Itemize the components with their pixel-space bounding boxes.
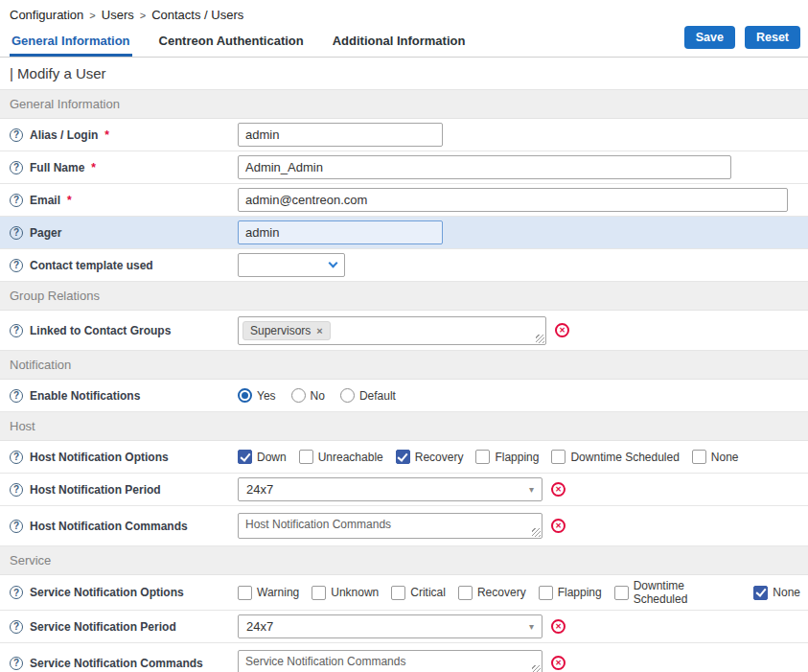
- service-period-value: 24x7: [246, 619, 273, 634]
- checkbox-box[interactable]: [391, 586, 405, 600]
- help-icon[interactable]: ?: [10, 128, 23, 142]
- checkbox-recovery[interactable]: Recovery: [396, 450, 464, 464]
- radio-yes[interactable]: Yes: [238, 388, 276, 403]
- help-icon[interactable]: ?: [10, 451, 23, 464]
- checkbox-unknown[interactable]: Unknown: [312, 579, 379, 606]
- alias-label: Alias / Login: [30, 128, 98, 142]
- alias-input[interactable]: [238, 123, 443, 147]
- service-commands-input[interactable]: [238, 650, 543, 672]
- breadcrumb-item-contacts-users[interactable]: Contacts / Users: [151, 8, 243, 22]
- tab-centreon-authentication[interactable]: Centreon Authentication: [157, 28, 306, 57]
- clear-field-icon[interactable]: ✕: [551, 482, 566, 497]
- form-row-email: ? Email *: [0, 184, 808, 217]
- reset-button[interactable]: Reset: [745, 26, 800, 49]
- form-row-alias: ? Alias / Login *: [0, 119, 808, 151]
- checkbox-box[interactable]: [238, 586, 252, 600]
- checkbox-flapping[interactable]: Flapping: [539, 579, 602, 606]
- service-options-checkbox-group: Warning Unknown Critical Recovery Flappi…: [238, 579, 800, 606]
- checkbox-flapping[interactable]: Flapping: [475, 450, 539, 464]
- section-header-general-information: General Information: [0, 90, 808, 119]
- radio-button[interactable]: [291, 388, 306, 403]
- form-row-fullname: ? Full Name *: [0, 151, 808, 184]
- tabs-row: General Information Centreon Authenticat…: [0, 26, 808, 57]
- clear-field-icon[interactable]: ✕: [551, 619, 566, 634]
- checkbox-box[interactable]: [539, 586, 553, 600]
- host-commands-input[interactable]: [238, 513, 543, 539]
- host-period-select[interactable]: 24x7 ▾: [238, 477, 543, 501]
- contact-template-label: Contact template used: [30, 259, 153, 272]
- breadcrumb: Configuration > Users > Contacts / Users: [0, 0, 808, 26]
- service-period-label: Service Notification Period: [30, 620, 176, 634]
- help-icon[interactable]: ?: [10, 586, 23, 599]
- checkbox-box[interactable]: [238, 450, 252, 464]
- chip-label: Supervisors: [250, 324, 311, 337]
- chip-remove-icon[interactable]: ×: [316, 325, 322, 336]
- email-label: Email: [30, 194, 60, 207]
- checkbox-box[interactable]: [551, 450, 566, 464]
- checkbox-box[interactable]: [614, 586, 629, 600]
- email-field[interactable]: [238, 188, 788, 212]
- checkbox-unreachable[interactable]: Unreachable: [299, 450, 383, 464]
- service-commands-label: Service Notification Commands: [30, 657, 203, 670]
- clear-field-icon[interactable]: ✕: [551, 519, 566, 533]
- radio-button[interactable]: [238, 388, 252, 403]
- clear-field-icon[interactable]: ✕: [551, 656, 566, 670]
- checkbox-critical[interactable]: Critical: [391, 579, 446, 606]
- help-icon[interactable]: ?: [10, 389, 23, 403]
- breadcrumb-separator: >: [89, 10, 95, 21]
- radio-default[interactable]: Default: [340, 388, 396, 403]
- help-icon[interactable]: ?: [10, 161, 23, 174]
- action-buttons: Save Reset: [684, 26, 800, 57]
- help-icon[interactable]: ?: [10, 324, 23, 337]
- service-period-select[interactable]: 24x7 ▾: [238, 614, 543, 638]
- checkbox-downtime-scheduled[interactable]: Downtime Scheduled: [551, 450, 679, 464]
- help-icon[interactable]: ?: [10, 194, 23, 207]
- section-header-host: Host: [0, 412, 808, 441]
- checkbox-box[interactable]: [753, 586, 768, 600]
- host-options-label: Host Notification Options: [30, 451, 169, 464]
- contact-groups-multiselect[interactable]: Supervisors ×: [238, 316, 546, 345]
- checkbox-warning[interactable]: Warning: [238, 579, 299, 606]
- help-icon[interactable]: ?: [10, 226, 23, 240]
- checkbox-box[interactable]: [475, 450, 490, 464]
- help-icon[interactable]: ?: [10, 483, 23, 497]
- form-row-service-options: ? Service Notification Options Warning U…: [0, 575, 808, 611]
- form-row-host-commands: ? Host Notification Commands ✕: [0, 506, 808, 546]
- checkbox-down[interactable]: Down: [238, 450, 287, 464]
- service-options-label: Service Notification Options: [30, 586, 184, 599]
- fullname-label: Full Name: [30, 161, 84, 174]
- breadcrumb-item-users[interactable]: Users: [102, 8, 134, 22]
- host-options-checkbox-group: Down Unreachable Recovery Flapping Downt…: [238, 450, 739, 464]
- checkbox-box[interactable]: [692, 450, 706, 464]
- help-icon[interactable]: ?: [10, 520, 23, 533]
- form-row-service-commands: ? Service Notification Commands ✕: [0, 643, 808, 672]
- section-header-group-relations: Group Relations: [0, 282, 808, 311]
- host-commands-label: Host Notification Commands: [30, 520, 188, 533]
- radio-no[interactable]: No: [291, 388, 325, 403]
- checkbox-box[interactable]: [312, 586, 326, 600]
- checkbox-box[interactable]: [458, 586, 473, 600]
- save-button[interactable]: Save: [684, 26, 735, 49]
- form-row-host-options: ? Host Notification Options Down Unreach…: [0, 441, 808, 474]
- checkbox-recovery[interactable]: Recovery: [458, 579, 526, 606]
- help-icon[interactable]: ?: [10, 657, 23, 670]
- help-icon[interactable]: ?: [10, 259, 23, 272]
- contact-groups-label: Linked to Contact Groups: [30, 324, 171, 337]
- chevron-down-icon: [329, 259, 338, 268]
- page-title: | Modify a User: [0, 57, 808, 90]
- breadcrumb-item-configuration[interactable]: Configuration: [10, 8, 83, 22]
- checkbox-downtime-scheduled[interactable]: Downtime Scheduled: [614, 579, 742, 606]
- chevron-down-icon: ▾: [529, 621, 534, 632]
- fullname-input[interactable]: [238, 155, 731, 179]
- contact-template-select[interactable]: [238, 253, 345, 277]
- checkbox-box[interactable]: [299, 450, 313, 464]
- checkbox-none[interactable]: None: [753, 579, 800, 606]
- radio-button[interactable]: [340, 388, 355, 403]
- checkbox-box[interactable]: [396, 450, 410, 464]
- help-icon[interactable]: ?: [10, 620, 23, 634]
- pager-input[interactable]: [238, 220, 443, 244]
- tab-general-information[interactable]: General Information: [10, 28, 132, 57]
- tab-additional-information[interactable]: Additional Information: [331, 28, 468, 57]
- checkbox-none[interactable]: None: [692, 450, 739, 464]
- clear-field-icon[interactable]: ✕: [555, 323, 569, 337]
